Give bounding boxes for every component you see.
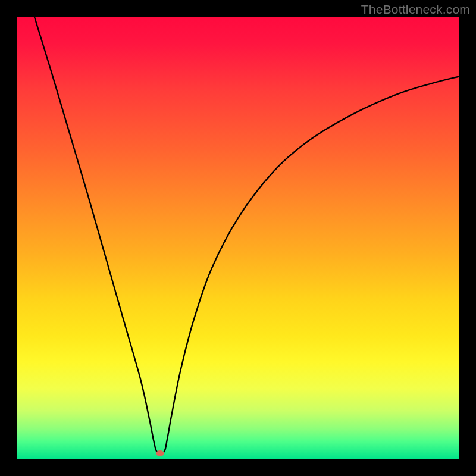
watermark-label: TheBottleneck.com — [361, 2, 470, 17]
minimum-marker-icon — [156, 450, 164, 456]
chart-plot-area — [17, 17, 459, 459]
bottleneck-curve — [17, 17, 459, 459]
chart-frame: TheBottleneck.com — [0, 0, 476, 476]
